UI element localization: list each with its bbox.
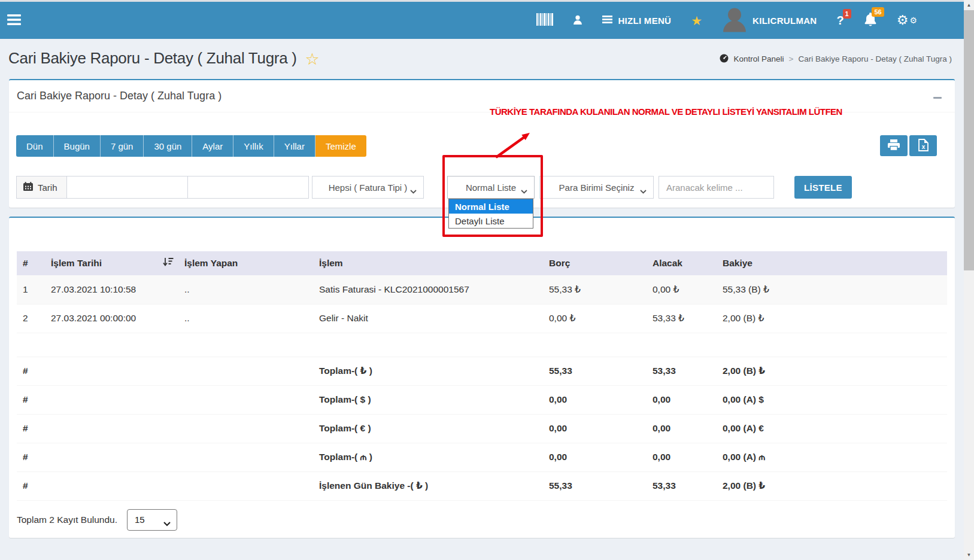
list-button[interactable]: LİSTELE <box>794 176 852 199</box>
printer-icon <box>887 139 900 153</box>
minus-icon <box>933 92 942 101</box>
table-header-balance: Bakiye <box>717 251 947 275</box>
table-row: 1 27.03.2021 10:10:58 .. Satis Faturasi … <box>17 275 947 304</box>
navbar-right: HIZLI MENÜ ★ KILICRULMAN ? 1 <box>536 6 917 35</box>
list-type-select[interactable]: Normal Liste <box>447 176 535 199</box>
total-row-usd: # Toplam-( $ ) 0,00 0,00 0,00 (A) $ <box>17 385 947 414</box>
invoice-type-value: Hepsi ( Fatura Tipi ) <box>329 182 408 193</box>
currency-select[interactable]: Para Birimi Seçiniz <box>539 176 654 199</box>
filter-panel-title: Cari Bakiye Raporu - Detay ( Zuhal Tugra… <box>17 90 221 102</box>
barcode-button[interactable] <box>536 13 553 28</box>
table-header-credit: Alacak <box>647 251 717 275</box>
dashboard-icon <box>720 54 729 65</box>
quick-menu-icon <box>602 16 612 25</box>
page-title: Cari Bakiye Raporu - Detay ( Zuhal Tugra… <box>8 49 297 67</box>
total-row-eur: # Toplam-( € ) 0,00 0,00 0,00 (A) € <box>17 414 947 443</box>
gear-small-icon: ⚙ <box>909 16 917 25</box>
chevron-down-icon <box>410 185 417 196</box>
option-normal-liste[interactable]: Normal Liste <box>449 199 533 214</box>
scrollbar-thumb[interactable] <box>964 10 974 270</box>
chevron-down-icon <box>163 518 171 528</box>
table-header-by: İşlem Yapan <box>178 251 313 275</box>
sidebar-toggle-button[interactable] <box>7 2 35 39</box>
table-header-debit: Borç <box>543 251 647 275</box>
user-icon <box>573 15 582 26</box>
breadcrumb-home[interactable]: Kontrol Paneli <box>733 54 784 63</box>
scroll-up-arrow[interactable]: ▲ <box>964 0 974 10</box>
favorites-button[interactable]: ★ <box>691 14 702 27</box>
excel-export-button[interactable]: x <box>909 135 937 156</box>
help-button[interactable]: ? 1 <box>836 14 843 26</box>
chevron-down-icon <box>640 185 647 196</box>
collapse-button[interactable] <box>930 88 945 104</box>
list-type-value: Normal Liste <box>466 182 516 193</box>
table-row: 2 27.03.2021 00:00:00 .. Gelir - Nakit 0… <box>17 304 947 333</box>
table-header-date[interactable]: İşlem Tarihi <box>45 251 178 275</box>
date-start-input[interactable] <box>66 176 188 199</box>
date-range-button-group: Dün Bugün 7 gün 30 gün Aylar Yıllık Yıll… <box>16 135 366 157</box>
table-footer: Toplam 2 Kayıt Bulundu. 15 <box>17 509 947 531</box>
toolbar-row: Dün Bugün 7 gün 30 gün Aylar Yıllık Yıll… <box>16 135 948 157</box>
scroll-down-arrow[interactable]: ▼ <box>964 550 974 560</box>
range-button-yearly[interactable]: Yıllık <box>233 135 274 157</box>
currency-value: Para Birimi Seçiniz <box>559 182 635 193</box>
favorite-star-icon[interactable]: ☆ <box>305 50 320 68</box>
username-label: KILICRULMAN <box>753 16 817 26</box>
range-button-30days[interactable]: 30 gün <box>144 135 192 157</box>
breadcrumb-current: Cari Bakiye Raporu - Detay ( Zuhal Tugra… <box>798 54 952 63</box>
invoice-type-select[interactable]: Hepsi ( Fatura Tipi ) <box>312 176 424 199</box>
date-label-addon: Tarih <box>16 176 67 199</box>
content-header: Cari Bakiye Raporu - Detay ( Zuhal Tugra… <box>0 39 964 79</box>
reviewer-note: TÜRKİYE TARAFINDA KULANILAN NORMAL VE DE… <box>490 106 842 117</box>
barcode-icon <box>536 13 553 28</box>
help-badge: 1 <box>843 9 851 19</box>
filter-panel-body: Dün Bugün 7 gün 30 gün Aylar Yıllık Yıll… <box>9 112 955 208</box>
total-row-day-balance: # İşlenen Gün Bakiye -( ₺ ) 55,33 53,33 … <box>17 471 947 500</box>
results-table: # İşlem Tarihi İşlem Yapan İşlem Borç Al… <box>17 251 947 501</box>
table-header-row: # İşlem Tarihi İşlem Yapan İşlem Borç Al… <box>17 251 947 275</box>
date-label: Tarih <box>38 182 57 193</box>
date-end-input[interactable] <box>187 176 309 199</box>
svg-text:x: x <box>921 143 925 150</box>
range-button-7days[interactable]: 7 gün <box>101 135 144 157</box>
user-lookup-button[interactable] <box>573 15 582 26</box>
range-button-today[interactable]: Bugün <box>54 135 101 157</box>
hamburger-icon <box>7 14 21 27</box>
range-button-months[interactable]: Aylar <box>192 135 233 157</box>
notifications-badge: 56 <box>872 7 884 17</box>
vertical-scrollbar[interactable]: ▲ ▼ <box>964 0 974 560</box>
record-count-summary: Toplam 2 Kayıt Bulundu. <box>17 515 117 525</box>
quick-menu-label: HIZLI MENÜ <box>618 16 671 26</box>
top-navbar: HIZLI MENÜ ★ KILICRULMAN ? 1 <box>0 2 964 39</box>
total-row-try: # Toplam-( ₺ ) 55,33 53,33 2,00 (B) ₺ <box>17 357 947 385</box>
search-input[interactable] <box>659 176 774 199</box>
spacer-row <box>17 333 947 357</box>
filter-row: Tarih Hepsi ( Fatura Tipi ) Normal Liste <box>16 176 948 199</box>
page: HIZLI MENÜ ★ KILICRULMAN ? 1 <box>0 2 964 538</box>
chevron-down-icon <box>521 185 527 196</box>
gear-icon: ⚙ <box>897 14 909 27</box>
table-header-no: # <box>17 251 45 275</box>
page-size-select[interactable]: 15 <box>127 509 177 531</box>
range-button-years[interactable]: Yıllar <box>274 135 315 157</box>
option-detayli-liste[interactable]: Detaylı Liste <box>449 214 533 228</box>
list-type-dropdown: Normal Liste Detaylı Liste <box>448 199 533 229</box>
breadcrumb-separator: > <box>789 54 794 63</box>
clear-button[interactable]: Temizle <box>315 135 366 157</box>
table-header-islem: İşlem <box>313 251 543 275</box>
star-icon: ★ <box>691 14 702 27</box>
calendar-icon <box>23 182 33 193</box>
range-button-yesterday[interactable]: Dün <box>16 135 54 157</box>
list-type-select-wrap: Normal Liste Normal Liste Detaylı Liste <box>447 176 535 199</box>
user-menu[interactable]: KILICRULMAN <box>722 6 817 35</box>
print-button[interactable] <box>880 135 908 156</box>
notifications-button[interactable]: 56 <box>864 13 877 29</box>
results-panel: # İşlem Tarihi İşlem Yapan İşlem Borç Al… <box>9 217 955 538</box>
quick-menu-button[interactable]: HIZLI MENÜ <box>602 16 671 26</box>
total-row-azn: # Toplam-( ₼ ) 0,00 0,00 0,00 (A) ₼ <box>17 443 947 471</box>
filter-panel: Cari Bakiye Raporu - Detay ( Zuhal Tugra… <box>9 79 955 208</box>
sort-desc-icon[interactable] <box>163 257 174 269</box>
settings-button[interactable]: ⚙⚙ <box>897 14 917 27</box>
excel-file-icon: x <box>918 139 929 153</box>
avatar <box>722 6 747 35</box>
